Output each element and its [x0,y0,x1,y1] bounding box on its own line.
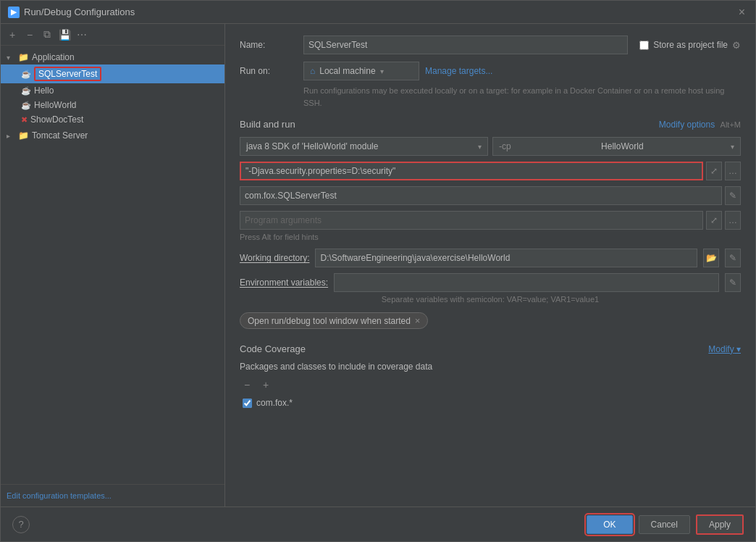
cp-arrow: ▾ [731,143,734,151]
open-tool-window-label: Open run/debug tool window when started [248,316,411,326]
edit-templates-link[interactable]: Edit configuration templates... [7,491,112,500]
store-settings-icon[interactable]: ⚙ [732,40,741,51]
run-on-arrow: ▾ [380,67,384,75]
run-hint: Run configurations may be executed local… [303,85,741,109]
sqlservertest-label: SQLServerTest [34,67,101,81]
vm-options-expand-button[interactable]: ⤢ [706,162,722,180]
local-machine-icon: ⌂ [310,66,315,76]
coverage-modify-link[interactable]: Modify ▾ [708,344,741,354]
bottom-bar: ? OK Cancel Apply [1,506,755,541]
sidebar-footer: Edit configuration templates... [1,484,224,506]
coverage-plus-button[interactable]: + [259,378,273,392]
open-tool-window-badge: Open run/debug tool window when started … [240,312,741,341]
env-vars-label: Environment variables: [240,278,328,288]
coverage-desc: Packages and classes to include in cover… [240,362,741,372]
prog-args-expand-button[interactable]: ⤢ [706,211,722,230]
apply-button[interactable]: Apply [696,514,744,535]
main-class-row: ✎ [240,186,741,205]
showdoctest-label: ShowDocTest [30,114,83,125]
add-config-button[interactable]: + [5,28,20,42]
run-on-label: Run on: [240,66,298,76]
cancel-button[interactable]: Cancel [639,515,690,534]
coverage-item-label: com.fox.* [256,398,293,408]
prog-args-more-button[interactable]: … [725,211,741,230]
prog-args-row: ⤢ … [240,211,741,230]
coverage-modify-arrow: ▾ [736,344,741,354]
code-coverage-section: Code Coverage Modify ▾ Packages and clas… [240,343,741,409]
sidebar-item-sqlservertest[interactable]: ☕ SQLServerTest [1,64,224,83]
cp-prefix: -cp [499,141,511,151]
helloworld-label: HelloWorld [34,100,76,110]
sidebar-item-helloworld[interactable]: ☕ HelloWorld [1,98,224,112]
working-dir-folder-button[interactable]: 📂 [703,249,719,267]
run-debug-dialog: ▶ Run/Debug Configurations × + − ⧉ 💾 ⋯ ▾… [0,0,756,542]
manage-targets-link[interactable]: Manage targets... [425,66,492,76]
code-coverage-title: Code Coverage [240,343,306,354]
sidebar-item-showdoctest[interactable]: ✖ ShowDocTest [1,112,224,127]
open-tool-window-close[interactable]: × [415,315,421,326]
sdk-select[interactable]: java 8 SDK of 'HelloWorld' module ▾ [240,137,488,156]
working-dir-edit-button[interactable]: ✎ [725,249,741,267]
sidebar-item-hello[interactable]: ☕ Hello [1,83,224,98]
bottom-right: OK Cancel Apply [587,514,744,535]
vm-options-more-button[interactable]: … [725,162,741,180]
store-project-file-checkbox[interactable] [639,41,649,50]
build-and-run-title: Build and run [240,119,295,130]
sdk-value: java 8 SDK of 'HelloWorld' module [246,141,378,151]
dialog-title: Run/Debug Configurations [24,7,135,17]
sidebar-tree: ▾ 📁 Application ☕ SQLServerTest ☕ Hello … [1,46,224,484]
main-class-input[interactable] [240,186,722,205]
run-on-select[interactable]: ⌂ Local machine ▾ [303,62,419,80]
help-button[interactable]: ? [12,516,30,533]
tomcat-server-label: Tomcat Server [32,130,88,141]
code-coverage-header: Code Coverage Modify ▾ [240,343,741,354]
coverage-modify-label: Modify [708,344,734,354]
coverage-minus-button[interactable]: − [240,378,254,392]
cp-select[interactable]: -cp HelloWorld ▾ [492,137,741,156]
run-on-row: Run on: ⌂ Local machine ▾ Manage targets… [240,62,741,80]
coverage-toolbar: − + [240,378,741,392]
name-row: Name: Store as project file ⚙ [240,36,741,54]
helloworld-icon: ☕ [21,101,31,110]
hello-label: Hello [34,86,54,96]
remove-config-button[interactable]: − [22,28,37,42]
expand-icon: ▾ [7,54,15,62]
sidebar-toolbar: + − ⧉ 💾 ⋯ [1,24,224,46]
name-input[interactable] [303,36,628,54]
env-vars-input[interactable] [334,273,719,292]
modify-options-link[interactable]: Modify options [659,120,715,130]
showdoctest-icon: ✖ [21,115,28,125]
application-folder-icon: 📁 [18,52,29,62]
sdk-row: java 8 SDK of 'HelloWorld' module ▾ -cp … [240,137,741,156]
application-group-label: Application [32,52,75,62]
application-group: ▾ 📁 Application ☕ SQLServerTest ☕ Hello … [1,50,224,127]
right-panel: Name: Store as project file ⚙ Run on: ⌂ … [225,24,755,506]
dialog-icon: ▶ [8,7,20,18]
store-project-file-row: Store as project file ⚙ [639,40,741,51]
app-icon: ☕ [21,70,31,79]
close-button[interactable]: × [736,6,748,19]
name-label: Name: [240,40,298,50]
modify-options-shortcut: Alt+M [721,120,741,129]
tomcat-expand-icon: ▸ [7,132,15,140]
save-config-button[interactable]: 💾 [57,28,72,42]
main-class-browse-button[interactable]: ✎ [725,186,741,205]
title-bar-left: ▶ Run/Debug Configurations [8,7,135,18]
env-vars-edit-button[interactable]: ✎ [725,273,741,292]
cp-value: HelloWorld [601,141,643,151]
env-hint: Separate variables with semicolon: VAR=v… [240,295,741,304]
working-dir-input[interactable] [315,249,697,267]
copy-config-button[interactable]: ⧉ [40,28,54,42]
store-project-file-label: Store as project file [653,40,728,50]
coverage-item-checkbox[interactable] [243,399,252,408]
more-config-button[interactable]: ⋯ [75,28,89,42]
vm-options-row: ⤢ … [240,162,741,180]
application-group-header[interactable]: ▾ 📁 Application [1,50,224,64]
field-hint: Press Alt for field hints [240,233,741,241]
vm-options-input[interactable] [240,162,703,180]
tomcat-folder-icon: 📁 [18,130,29,141]
prog-args-input[interactable] [240,211,703,230]
tomcat-server-group[interactable]: ▸ 📁 Tomcat Server [1,128,224,143]
ok-button[interactable]: OK [587,515,632,534]
modify-options-container: Modify options Alt+M [659,120,741,130]
